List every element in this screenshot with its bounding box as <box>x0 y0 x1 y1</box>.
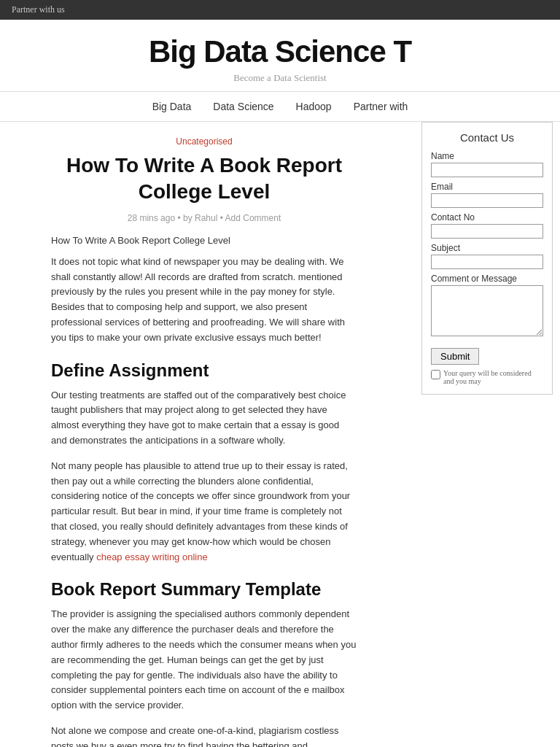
message-label: Comment or Message <box>431 274 543 284</box>
site-title: Big Data Science T <box>0 34 560 69</box>
email-input[interactable] <box>431 193 543 208</box>
section-define-para-1: Our testing treatments are staffed out o… <box>51 388 357 449</box>
subject-input[interactable] <box>431 255 543 269</box>
name-field-group: Name <box>431 151 543 177</box>
name-label: Name <box>431 151 543 161</box>
contact-form-title: Contact Us <box>431 131 543 144</box>
email-field-group: Email <box>431 182 543 208</box>
contact-form-box: Contact Us Name Email Contact No Subject… <box>421 122 553 395</box>
contact-input[interactable] <box>431 224 543 239</box>
email-label: Email <box>431 182 543 192</box>
partner-text: Partner with us <box>12 4 65 15</box>
nav-item-bigdata[interactable]: Big Data <box>152 101 192 112</box>
message-field-group: Comment or Message <box>431 274 543 339</box>
section-summary-para-2: Not alone we compose and create one-of-a… <box>51 724 357 747</box>
article-comment-link[interactable]: Add Comment <box>225 213 281 223</box>
page-layout: Uncategorised How To Write A Book Report… <box>0 122 560 747</box>
cheap-essay-link[interactable]: cheap essay writing online <box>96 551 207 562</box>
category-label: Uncategorised <box>51 136 357 147</box>
article-author[interactable]: Rahul <box>195 213 217 223</box>
article-time: 28 mins ago <box>128 213 175 223</box>
main-nav: Big Data Data Science Hadoop Partner wit… <box>0 92 560 122</box>
section-heading-summary: Book Report Summary Template <box>51 579 357 600</box>
article-title: How To Write A Book Report College Level <box>51 152 357 206</box>
site-header: Big Data Science T Become a Data Scienti… <box>0 20 560 92</box>
contact-label: Contact No <box>431 212 543 222</box>
article-para-1: It does not topic what kind of newspaper… <box>51 255 357 346</box>
article-meta: 28 mins ago • by Rahul • Add Comment <box>51 213 357 223</box>
site-tagline: Become a Data Scientist <box>0 72 560 84</box>
nav-item-datascience[interactable]: Data Science <box>213 101 273 112</box>
nav-item-hadoop[interactable]: Hadoop <box>296 101 332 112</box>
section-heading-define: Define Assignment <box>51 360 357 381</box>
submit-button[interactable]: Submit <box>431 348 479 365</box>
form-note: Your query will be considered and you ma… <box>431 369 543 385</box>
top-bar: Partner with us <box>0 0 560 20</box>
nav-item-partner[interactable]: Partner with <box>354 101 408 112</box>
contact-field-group: Contact No <box>431 212 543 239</box>
subject-field-group: Subject <box>431 243 543 269</box>
form-note-text: Your query will be considered and you ma… <box>443 369 543 385</box>
section-define-para-2-text: Not many people has plausible to attend … <box>51 460 350 562</box>
main-content: Uncategorised How To Write A Book Report… <box>0 136 372 747</box>
subject-label: Subject <box>431 243 543 253</box>
name-input[interactable] <box>431 163 543 177</box>
message-textarea[interactable] <box>431 285 543 336</box>
form-checkbox[interactable] <box>431 370 440 379</box>
sidebar: Contact Us Name Email Contact No Subject… <box>414 122 560 395</box>
section-define-para-2: Not many people has plausible to attend … <box>51 459 357 565</box>
article-intro-heading: How To Write A Book Report College Level <box>51 235 357 246</box>
section-summary-para-1: The provider is assigning the specialise… <box>51 607 357 713</box>
